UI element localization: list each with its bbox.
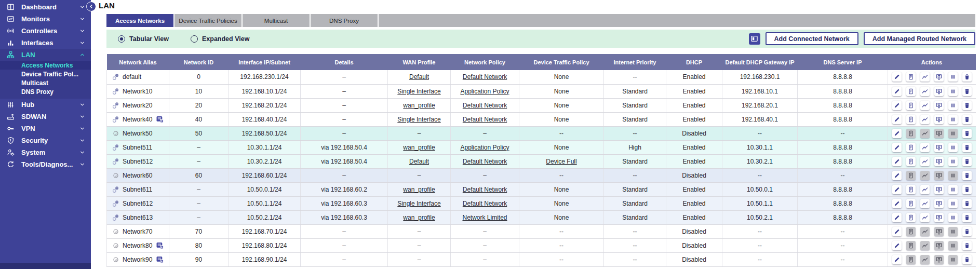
- clients-action-button[interactable]: [934, 101, 944, 110]
- sidebar-item-sdwan[interactable]: SDWAN: [0, 111, 91, 123]
- delete-action-button[interactable]: [962, 87, 972, 96]
- edit-action-button[interactable]: [892, 199, 902, 208]
- clients-action-button[interactable]: [934, 115, 944, 124]
- clients-action-button[interactable]: [934, 199, 944, 208]
- sidebar-collapse-button[interactable]: [86, 2, 96, 11]
- network-policy-link[interactable]: Default Network: [463, 200, 507, 207]
- details-action-button[interactable]: [906, 115, 916, 124]
- wan-profile-link[interactable]: wan_profile: [403, 102, 435, 109]
- edit-action-button[interactable]: [892, 255, 902, 264]
- delete-action-button[interactable]: [962, 171, 972, 180]
- edit-action-button[interactable]: [892, 213, 902, 222]
- delete-action-button[interactable]: [962, 199, 972, 208]
- network-policy-link[interactable]: Default Network: [463, 73, 507, 80]
- edit-action-button[interactable]: [892, 101, 902, 110]
- wan-profile-link[interactable]: Single Interface: [397, 200, 440, 207]
- delete-action-button[interactable]: [962, 101, 972, 110]
- wan-profile-link[interactable]: wan_profile: [403, 186, 435, 193]
- sidebar-item-hub[interactable]: Hub: [0, 99, 91, 111]
- details-action-button[interactable]: [906, 185, 916, 194]
- delete-action-button[interactable]: [962, 255, 972, 264]
- network-policy-link[interactable]: Network Limited: [462, 214, 507, 221]
- pause-action-button[interactable]: [948, 199, 958, 208]
- edit-action-button[interactable]: [892, 171, 902, 180]
- pause-action-button[interactable]: [948, 157, 958, 166]
- graph-action-button[interactable]: [920, 185, 930, 194]
- details-action-button[interactable]: [906, 87, 916, 96]
- pause-action-button[interactable]: [948, 87, 958, 96]
- pause-action-button[interactable]: [948, 101, 958, 110]
- delete-action-button[interactable]: [962, 227, 972, 236]
- details-action-button[interactable]: [906, 143, 916, 152]
- graph-action-button[interactable]: [920, 213, 930, 222]
- add-connected-network-button[interactable]: Add Connected Network: [766, 32, 858, 45]
- graph-action-button[interactable]: [920, 157, 930, 166]
- details-action-button[interactable]: [906, 72, 916, 82]
- edit-action-button[interactable]: [892, 185, 902, 194]
- network-policy-link[interactable]: Default Network: [463, 116, 507, 123]
- delete-action-button[interactable]: [962, 129, 972, 138]
- clients-action-button[interactable]: [934, 213, 944, 222]
- tab-device-traffic-policies[interactable]: Device Traffic Policies: [174, 14, 243, 27]
- clients-action-button[interactable]: [934, 87, 944, 96]
- wan-profile-link[interactable]: Single Interface: [397, 116, 440, 123]
- edit-action-button[interactable]: [892, 87, 902, 96]
- wan-profile-link[interactable]: wan_profile: [403, 214, 435, 221]
- radio-expanded-view[interactable]: Expanded View: [191, 35, 249, 43]
- sidebar-item-interfaces[interactable]: Interfaces: [0, 37, 91, 49]
- clients-action-button[interactable]: [934, 185, 944, 194]
- pause-action-button[interactable]: [948, 72, 958, 82]
- graph-action-button[interactable]: [920, 115, 930, 124]
- edit-action-button[interactable]: [892, 241, 902, 250]
- edit-action-button[interactable]: [892, 143, 902, 152]
- sidebar-item-monitors[interactable]: Monitors: [0, 13, 91, 25]
- delete-action-button[interactable]: [962, 72, 972, 82]
- pause-action-button[interactable]: [948, 115, 958, 124]
- graph-action-button[interactable]: [920, 143, 930, 152]
- network-policy-link[interactable]: Default Network: [463, 102, 507, 109]
- wan-profile-link[interactable]: Single Interface: [397, 88, 440, 95]
- sidebar-item-dashboard[interactable]: Dashboard: [0, 1, 91, 13]
- graph-action-button[interactable]: [920, 199, 930, 208]
- wan-profile-link[interactable]: Default: [409, 73, 429, 80]
- pause-action-button[interactable]: [948, 185, 958, 194]
- tab-multicast[interactable]: Multicast: [243, 14, 311, 27]
- wan-profile-link[interactable]: Default: [409, 158, 429, 165]
- sidebar-subitem-access-networks[interactable]: Access Networks: [0, 61, 91, 70]
- add-managed-routed-network-button[interactable]: Add Managed Routed Network: [864, 32, 975, 45]
- wan-profile-link[interactable]: wan_profile: [403, 144, 435, 151]
- details-action-button[interactable]: [906, 199, 916, 208]
- edit-action-button[interactable]: [892, 227, 902, 236]
- graph-action-button[interactable]: [920, 72, 930, 82]
- delete-action-button[interactable]: [962, 185, 972, 194]
- sidebar-item-lan[interactable]: LAN: [0, 49, 91, 61]
- sidebar-item-tools-diagnos[interactable]: Tools/Diagnos...: [0, 158, 91, 170]
- sidebar-item-controllers[interactable]: Controllers: [0, 25, 91, 37]
- edit-action-button[interactable]: [892, 72, 902, 82]
- sidebar-item-system[interactable]: System: [0, 146, 91, 158]
- details-action-button[interactable]: [906, 157, 916, 166]
- edit-action-button[interactable]: [892, 115, 902, 124]
- sidebar-item-security[interactable]: Security: [0, 134, 91, 146]
- delete-action-button[interactable]: [962, 143, 972, 152]
- sidebar-subitem-multicast[interactable]: Multicast: [0, 78, 91, 87]
- delete-action-button[interactable]: [962, 157, 972, 166]
- clients-action-button[interactable]: [934, 143, 944, 152]
- graph-action-button[interactable]: [920, 101, 930, 110]
- edit-action-button[interactable]: [892, 129, 902, 138]
- clients-action-button[interactable]: [934, 72, 944, 82]
- tab-access-networks[interactable]: Access Networks: [106, 14, 174, 27]
- edit-action-button[interactable]: [892, 157, 902, 166]
- column-settings-button[interactable]: [749, 33, 760, 45]
- tab-dns-proxy[interactable]: DNS Proxy: [311, 14, 379, 27]
- network-policy-link[interactable]: Application Policy: [460, 144, 509, 151]
- delete-action-button[interactable]: [962, 241, 972, 250]
- pause-action-button[interactable]: [948, 213, 958, 222]
- delete-action-button[interactable]: [962, 115, 972, 124]
- sidebar-subitem-dns-proxy[interactable]: DNS Proxy: [0, 87, 91, 96]
- delete-action-button[interactable]: [962, 213, 972, 222]
- clients-action-button[interactable]: [934, 157, 944, 166]
- radio-tabular-view[interactable]: Tabular View: [118, 35, 169, 43]
- network-policy-link[interactable]: Default Network: [463, 186, 507, 193]
- details-action-button[interactable]: [906, 213, 916, 222]
